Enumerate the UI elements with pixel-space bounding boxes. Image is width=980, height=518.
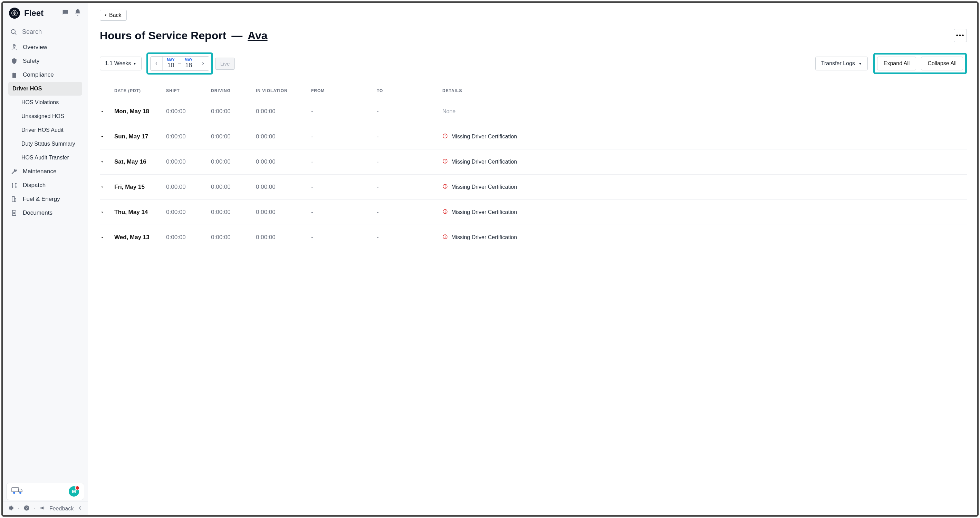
cell-date: Fri, May 15: [114, 184, 166, 191]
caret-down-icon: ▼: [858, 62, 862, 65]
subnav-driver-hos[interactable]: Driver HOS: [8, 82, 82, 95]
sidebar-item-maintenance[interactable]: Maintenance: [3, 165, 88, 178]
row-expander[interactable]: [100, 159, 114, 164]
sidebar-item-label: Compliance: [23, 72, 54, 78]
megaphone-icon[interactable]: [40, 505, 46, 512]
cell-to: -: [377, 133, 442, 140]
row-expander[interactable]: [100, 235, 114, 240]
svg-point-13: [445, 137, 445, 137]
subnav-hos-violations[interactable]: HOS Violations: [3, 95, 88, 110]
sidebar-item-documents[interactable]: Documents: [3, 206, 88, 220]
date-range-display[interactable]: MAY 10 – MAY 18: [162, 57, 197, 70]
compliance-subnav: Driver HOS HOS Violations Unassigned HOS…: [3, 82, 88, 165]
cell-details: None: [442, 108, 967, 114]
cell-driving: 0:00:00: [211, 184, 256, 191]
subnav-driver-hos-audit[interactable]: Driver HOS Audit: [3, 123, 88, 137]
brand-title: Fleet: [24, 8, 43, 18]
notifications-icon[interactable]: [74, 9, 81, 17]
sidebar-item-label: Documents: [23, 210, 52, 216]
wrench-icon: [10, 168, 18, 175]
feedback-link[interactable]: Feedback: [49, 505, 73, 512]
sidebar-item-label: Safety: [23, 58, 39, 65]
driver-name-link[interactable]: Ava: [248, 29, 267, 42]
row-expander[interactable]: [100, 184, 114, 189]
table-row: Sat, May 160:00:000:00:000:00:00--Missin…: [100, 149, 967, 175]
sidebar-item-label: Fuel & Energy: [23, 195, 60, 203]
date-range-highlight: MAY 10 – MAY 18: [146, 52, 213, 75]
cell-date: Mon, May 18: [114, 108, 166, 115]
date-prev-button[interactable]: [151, 57, 162, 70]
collapse-all-button[interactable]: Collapse All: [921, 57, 963, 70]
sidebar-item-fuel-energy[interactable]: Fuel & Energy: [3, 192, 88, 206]
settings-icon[interactable]: [8, 505, 14, 512]
clipboard-icon: [10, 72, 18, 78]
logo-icon: [9, 8, 20, 19]
cell-from: -: [311, 158, 377, 165]
sidebar-item-compliance[interactable]: Compliance: [3, 68, 88, 82]
cell-shift: 0:00:00: [166, 158, 211, 165]
sidebar-item-label: Dispatch: [23, 182, 46, 189]
live-button: Live: [215, 58, 235, 70]
cell-from: -: [311, 184, 377, 191]
cell-driving: 0:00:00: [211, 108, 256, 115]
sidebar-header: Fleet: [3, 3, 88, 22]
truck-icon: [11, 486, 23, 497]
start-day: 10: [167, 62, 175, 69]
table-row: Mon, May 180:00:000:00:000:00:00--None: [100, 99, 967, 124]
chevron-left-icon: [103, 13, 108, 17]
expand-collapse-highlight: Expand All Collapse All: [873, 53, 967, 74]
toolbar: 1.1 Weeks ▼ MAY 10 –: [100, 52, 967, 75]
svg-point-16: [445, 162, 445, 162]
cell-to: -: [377, 108, 442, 115]
table-body: Mon, May 180:00:000:00:000:00:00--NoneSu…: [100, 99, 967, 250]
subnav-duty-status-summary[interactable]: Duty Status Summary: [3, 137, 88, 151]
back-label: Back: [109, 12, 122, 18]
cell-driving: 0:00:00: [211, 133, 256, 140]
cell-shift: 0:00:00: [166, 209, 211, 216]
sidebar: Fleet Search: [3, 3, 88, 515]
svg-point-8: [19, 492, 21, 494]
svg-text:?: ?: [25, 505, 28, 510]
more-actions-button[interactable]: •••: [954, 29, 967, 42]
cell-details: Missing Driver Certification: [442, 133, 967, 140]
avatar[interactable]: M: [69, 486, 79, 497]
search-input[interactable]: Search: [3, 22, 88, 38]
sidebar-item-label: Maintenance: [23, 168, 56, 175]
help-icon[interactable]: ?: [24, 505, 30, 512]
row-expander[interactable]: [100, 210, 114, 215]
table-header: DATE (PDT) SHIFT DRIVING IN VIOLATION FR…: [100, 88, 967, 99]
svg-point-25: [445, 237, 445, 238]
svg-point-4: [12, 186, 13, 188]
collapse-sidebar-icon[interactable]: [77, 505, 83, 512]
cell-shift: 0:00:00: [166, 133, 211, 140]
sidebar-item-overview[interactable]: Overview: [3, 40, 88, 54]
warning-icon: [442, 158, 448, 165]
cell-to: -: [377, 209, 442, 216]
messages-icon[interactable]: [62, 9, 69, 17]
fuel-icon: [10, 195, 18, 203]
svg-point-22: [445, 212, 445, 213]
sidebar-item-dispatch[interactable]: Dispatch: [3, 178, 88, 192]
svg-point-7: [13, 492, 15, 494]
sidebar-item-label: Overview: [23, 44, 47, 51]
transfer-logs-dropdown[interactable]: Transfer Logs ▼: [815, 57, 868, 70]
th-in-violation: IN VIOLATION: [256, 88, 311, 93]
back-button[interactable]: Back: [100, 10, 127, 21]
svg-rect-6: [12, 488, 19, 492]
date-next-button[interactable]: [197, 57, 209, 70]
row-expander[interactable]: [100, 134, 114, 139]
expand-all-button[interactable]: Expand All: [877, 57, 916, 70]
cell-in-violation: 0:00:00: [256, 133, 311, 140]
cell-from: -: [311, 234, 377, 241]
sidebar-user-card[interactable]: M: [6, 483, 84, 500]
subnav-unassigned-hos[interactable]: Unassigned HOS: [3, 110, 88, 123]
cell-date: Sun, May 17: [114, 133, 166, 140]
overview-icon: [10, 44, 18, 51]
th-shift: SHIFT: [166, 88, 211, 93]
cell-in-violation: 0:00:00: [256, 209, 311, 216]
cell-date: Sat, May 16: [114, 158, 166, 165]
subnav-hos-audit-transfer[interactable]: HOS Audit Transfer: [3, 151, 88, 165]
weeks-dropdown[interactable]: 1.1 Weeks ▼: [100, 57, 142, 70]
row-expander[interactable]: [100, 109, 114, 114]
sidebar-item-safety[interactable]: Safety: [3, 54, 88, 68]
